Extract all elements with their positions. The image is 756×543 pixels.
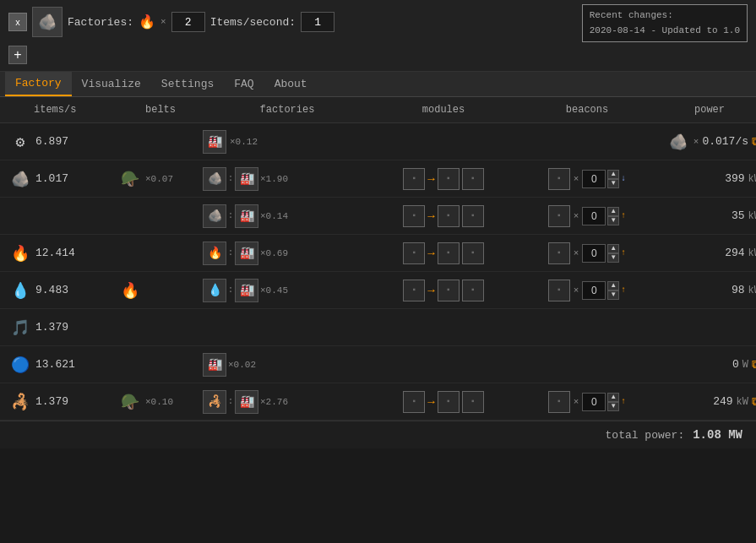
items-value: 1.379: [35, 395, 68, 408]
total-power-value: 1.08 MW: [693, 428, 742, 442]
items-value: 1.017: [35, 172, 68, 185]
modules-cell: ▪ → ▪ ▪: [372, 242, 515, 264]
beacons-cell: ▪ × ▲ ▼ ↑: [515, 391, 659, 413]
beacon-decrement[interactable]: ▼: [607, 253, 619, 263]
beacon-direction-icon: ↓: [621, 174, 626, 183]
col-header-modules: modules: [372, 104, 515, 116]
col-header-beacons: beacons: [515, 104, 659, 116]
multiplier-input[interactable]: [171, 12, 205, 32]
beacon-number-input[interactable]: [582, 170, 606, 188]
items-cell: 🪨 1.017: [8, 167, 118, 191]
factories-cell: 🏭 ×0.12: [203, 130, 372, 154]
beacons-cell: ▪ × ▲ ▼ ↓: [515, 168, 659, 190]
add-factory-button[interactable]: +: [8, 46, 27, 64]
beacon-decrement[interactable]: ▼: [607, 216, 619, 225]
beacons-cell: ▪ × ▲ ▼ ↑: [515, 242, 659, 264]
module-slot-3[interactable]: ▪: [462, 205, 484, 227]
beacon-increment[interactable]: ▲: [607, 244, 619, 253]
belt-icon: 🪖: [118, 390, 142, 414]
table-row: ⚙️ 6.897 🏭 ×0.12 🪨 × 0.017/s ⧉: [0, 123, 756, 160]
beacon-increment[interactable]: ▲: [607, 393, 619, 402]
tab-visualize[interactable]: Visualize: [72, 73, 151, 95]
factories-cell: 🦂 : 🏭 ×2.76: [203, 390, 372, 414]
module-slot-3[interactable]: ▪: [462, 242, 484, 264]
tab-about[interactable]: About: [264, 73, 318, 95]
tab-faq[interactable]: FAQ: [224, 73, 264, 95]
module-slot-1[interactable]: ▪: [403, 280, 425, 301]
module-slot-2[interactable]: ▪: [438, 280, 460, 301]
beacons-cell: ▪ × ▲ ▼ ↑: [515, 205, 659, 227]
module-slot-1[interactable]: ▪: [403, 168, 425, 190]
beacon-decrement[interactable]: ▼: [607, 179, 619, 188]
beacon-number-input[interactable]: [582, 207, 606, 225]
module-slot-2[interactable]: ▪: [438, 168, 460, 190]
table-row: 💧 9.483 🔥 💧 : 🏭 ×0.45 ▪ → ▪ ▪ ▪ × ▲ ▼: [0, 272, 756, 309]
external-link-icon[interactable]: ⧉: [752, 358, 756, 372]
items-cell: 🔥 12.414: [8, 242, 118, 265]
factory-sub-icon: 💧: [203, 279, 226, 302]
items-value: 9.483: [35, 284, 68, 296]
beacon-decrement[interactable]: ▼: [607, 291, 619, 300]
beacon-slot[interactable]: ▪: [548, 242, 570, 264]
external-link-icon[interactable]: ⧉: [752, 395, 756, 409]
items-cell: 🦂 1.379: [8, 390, 118, 414]
factory-mult: ×0.12: [230, 137, 258, 147]
beacon-slot[interactable]: ▪: [548, 391, 570, 413]
factory-icon: 🏭: [203, 130, 226, 154]
power-cell: 98 kW: [659, 284, 756, 296]
module-arrow: →: [427, 395, 434, 409]
table-header: items/s belts factories modules beacons …: [0, 97, 756, 123]
col-header-factories: factories: [203, 104, 372, 116]
tab-settings[interactable]: Settings: [151, 73, 224, 95]
module-slot-3[interactable]: ▪: [462, 391, 484, 413]
beacon-number-input[interactable]: [582, 244, 606, 263]
factory-sub-icon: 🦂: [203, 390, 226, 414]
power-icon: 🪨: [666, 130, 690, 154]
table-row: 🔥 12.414 🔥 : 🏭 ×0.69 ▪ → ▪ ▪ ▪ × ▲ ▼: [0, 235, 756, 272]
items-cell: 🔵 13.621: [8, 353, 118, 377]
module-slot-2[interactable]: ▪: [438, 242, 460, 264]
external-link-icon[interactable]: ⧉: [752, 135, 756, 149]
beacon-slot[interactable]: ▪: [548, 205, 570, 227]
modules-cell: ▪ → ▪ ▪: [372, 391, 515, 413]
items-cell: 💧 9.483: [8, 279, 118, 302]
item-icon: 🔵: [8, 353, 32, 377]
recent-changes-box: Recent changes: 2020-08-14 - Updated to …: [582, 4, 748, 42]
recent-changes-title: Recent changes:: [590, 8, 740, 24]
beacon-slot[interactable]: ▪: [548, 168, 570, 190]
items-per-second-input[interactable]: [301, 12, 334, 32]
col-header-power: power: [659, 104, 756, 116]
items-cell: 🎵 1.379: [8, 316, 118, 339]
factories-cell: 🪨 : 🏭 ×0.14: [203, 204, 372, 228]
items-value: 13.621: [35, 358, 75, 371]
factories-label: Factories:: [68, 16, 133, 29]
beacon-slot[interactable]: ▪: [548, 280, 570, 301]
beacon-number-input[interactable]: [582, 393, 606, 411]
beacon-increment[interactable]: ▲: [607, 281, 619, 291]
beacon-increment[interactable]: ▲: [607, 170, 619, 179]
factories-cell: 🏭 ×0.02: [203, 353, 372, 377]
close-button[interactable]: x: [8, 13, 27, 31]
module-slot-1[interactable]: ▪: [403, 205, 425, 227]
tab-factory[interactable]: Factory: [5, 72, 72, 96]
beacon-number-input[interactable]: [582, 281, 606, 300]
module-slot-1[interactable]: ▪: [403, 242, 425, 264]
factories-cell: 🔥 : 🏭 ×0.69: [203, 242, 372, 265]
power-value: 294: [725, 247, 744, 259]
belt-icon: 🔥: [118, 279, 142, 302]
module-slot-3[interactable]: ▪: [462, 280, 484, 301]
factory-mult: ×0.45: [260, 285, 288, 296]
power-cell: 249 kW ⧉: [659, 395, 756, 409]
module-slot-3[interactable]: ▪: [462, 168, 484, 190]
modules-cell: ▪ → ▪ ▪: [372, 280, 515, 301]
module-slot-1[interactable]: ▪: [403, 391, 425, 413]
power-unit: kW: [748, 247, 756, 259]
total-power-label: total power:: [606, 429, 685, 442]
beacon-increment[interactable]: ▲: [607, 207, 619, 216]
items-value: 6.897: [35, 135, 68, 148]
module-arrow: →: [427, 209, 434, 223]
module-slot-2[interactable]: ▪: [438, 391, 460, 413]
beacon-decrement[interactable]: ▼: [607, 402, 619, 411]
item-icon: 🎵: [8, 316, 32, 339]
module-slot-2[interactable]: ▪: [438, 205, 460, 227]
